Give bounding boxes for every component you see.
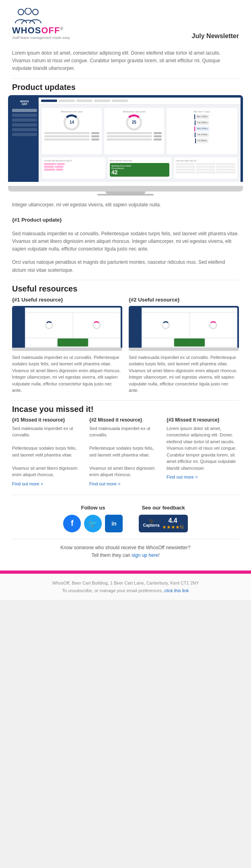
mock-next-item: Mon 14/Nov [194, 114, 209, 119]
mini-cards-2 [143, 313, 236, 337]
forward-section: Know someone who should receive the Whos… [0, 539, 251, 567]
mini-cards [26, 313, 119, 337]
mock-sidebar-item [12, 128, 37, 131]
mock-card-title: Allowances this year [61, 110, 83, 113]
missed-3-heading: {#3 Missed it resource} [167, 417, 239, 423]
linkedin-icon[interactable]: in [105, 515, 123, 532]
mock-topbar-item [41, 100, 57, 102]
mock-occ-num: 42 [111, 169, 168, 175]
mock-card-allowances-year: Allowances this year 14 [42, 108, 102, 154]
signup-link[interactable]: sign up here [132, 552, 158, 558]
follow-us-label: Follow us [81, 505, 105, 511]
mock-card-title: Allowances next year [123, 110, 146, 113]
mini-card-2 [143, 313, 189, 337]
mini-laptop-base [12, 348, 122, 351]
facebook-icon[interactable]: f [63, 515, 81, 532]
missed-it-3: {#3 Missed it resource} Lorem ipsum dolo… [167, 417, 239, 487]
mini-bottom-2 [143, 338, 236, 346]
footer-unsubscribe: To unsubscribe, or manage your email pre… [12, 587, 239, 595]
mini-circle [45, 321, 53, 329]
mock-bottom-title: Unused staff allowances (top 5) [44, 159, 103, 162]
mock-topbar-item [59, 100, 75, 102]
svg-point-2 [33, 9, 38, 15]
mini-bottom-card [26, 338, 56, 346]
logo-text: WHOSOFF® [12, 26, 64, 35]
mock-main: Allowances this year 14 Allowances next … [39, 98, 241, 182]
mock-circle-25: 25 [126, 114, 142, 130]
mock-next-item: Fri 18/Nov [195, 139, 208, 143]
mock-card-next-7: My next 7 days Mon 14/Nov Tue 15/Nov Wed… [167, 108, 237, 154]
resource-1-heading: {#1 Useful resource} [12, 297, 122, 303]
newsletter-title: July Newsletter [192, 33, 239, 40]
capterra-badge[interactable]: ⬛ Capterra 4.4 ★★★★½ [139, 515, 187, 532]
mini-sidebar [14, 308, 25, 348]
mini-card [74, 313, 120, 337]
mini-laptop-base-2 [129, 348, 239, 351]
email-container: WHOSOFF® Staff leave management made eas… [0, 0, 251, 600]
mini-card [26, 313, 72, 337]
mock-topbar-item [94, 100, 110, 102]
mini-sidebar-2 [130, 308, 142, 348]
mock-bottom-title: Last user login (top 10) [176, 159, 235, 162]
mock-content: Allowances this year 14 Allowances next … [39, 105, 241, 157]
mock-topbar [39, 98, 241, 105]
mini-topbar-2 [143, 309, 236, 312]
unsubscribe-prefix: To unsubscribe, or manage your email pre… [62, 588, 165, 593]
capterra-logo: ⬛ [149, 520, 153, 523]
mock-green-box: Working From Home Occurrences: 42 [110, 163, 169, 177]
resource-2-screenshot [129, 306, 239, 348]
mini-card-2b [190, 313, 237, 337]
svg-point-1 [25, 8, 31, 14]
resource-1-screenshot [12, 306, 122, 348]
follow-us-block: Follow us f 🐦 in [63, 505, 123, 532]
resource-1: {#1 Useful resource} [12, 297, 122, 394]
resource-2: {#2 Useful resource} [129, 297, 239, 394]
missed-3-link[interactable]: Find out more > [167, 475, 198, 479]
header: WHOSOFF® Staff leave management made eas… [0, 0, 251, 44]
unsubscribe-link[interactable]: click this link [164, 588, 189, 593]
missed-1-link[interactable]: Find out more > [12, 481, 43, 486]
intro-section: Lorem ipsum dolor sit amet, consectetur … [0, 44, 251, 78]
mock-card-last-login: Last user login (top 10) [174, 157, 237, 179]
mock-sidebar-logo: WHOSOFF [12, 100, 37, 106]
linkedin-letter: in [111, 520, 116, 527]
pink-bar [0, 571, 251, 574]
mini-bottom-card [89, 338, 119, 346]
useful-resources-heading: Useful resources [0, 280, 251, 297]
product-desc1-p: Sed malesuada imperdiet ex ut convallis.… [12, 230, 239, 253]
mini-bottom-card-2 [143, 338, 173, 346]
mock-card-unused-staff: Unused staff allowances (top 5) [42, 157, 105, 179]
mini-bottom-card-green [58, 338, 88, 346]
missed-1-text: Sed malesuada imperdiet ex ut convallis.… [12, 425, 84, 478]
capterra-stars: ★★★★½ [162, 524, 184, 530]
useful-resources-cols: {#1 Useful resource} [0, 297, 251, 394]
logo-icon [12, 8, 44, 26]
forward-text-1: Know someone who should receive the Whos… [60, 545, 190, 550]
missed-2-text: Sed malesuada imperdiet ex ut convallis.… [89, 425, 162, 478]
product-screenshot: WHOSOFF [8, 95, 243, 182]
mini-main [25, 308, 121, 348]
mock-circle-14: 14 [64, 114, 80, 130]
missed-2-link[interactable]: Find out more > [89, 481, 120, 486]
mock-bottom-title: Most common leave type [110, 159, 169, 162]
mock-rows [44, 132, 99, 142]
mini-screen-inner [14, 308, 121, 348]
mock-sidebar-item [12, 123, 37, 126]
product-desc1: Sed malesuada imperdiet ex ut convallis.… [0, 224, 251, 259]
mock-table-rows [176, 163, 235, 173]
mock-rows [107, 132, 162, 142]
product-sub-text: Integer ullamcorper, mi vel egestas vive… [0, 196, 251, 214]
mini-bottom-card-2-green [174, 338, 204, 346]
footer: WhosOff, Beer Cart Building, 1 Beer Cart… [0, 574, 251, 600]
twitter-icon[interactable]: 🐦 [84, 515, 102, 532]
mini-bottom [26, 338, 119, 346]
mini-topbar [26, 309, 119, 312]
mock-next-item: Tue 15/Nov [195, 120, 209, 125]
twitter-bird: 🐦 [88, 519, 97, 528]
intro-text: Lorem ipsum dolor sit amet, consectetur … [12, 49, 239, 73]
product-label: {#1 Product update} [0, 214, 251, 224]
missed-it-heading: Incase you missed it! [0, 401, 251, 417]
mock-sidebar-item [12, 133, 37, 136]
missed-it-2: {#2 Missed it resource} Sed malesuada im… [89, 417, 162, 487]
mock-topbar-item [76, 100, 93, 102]
